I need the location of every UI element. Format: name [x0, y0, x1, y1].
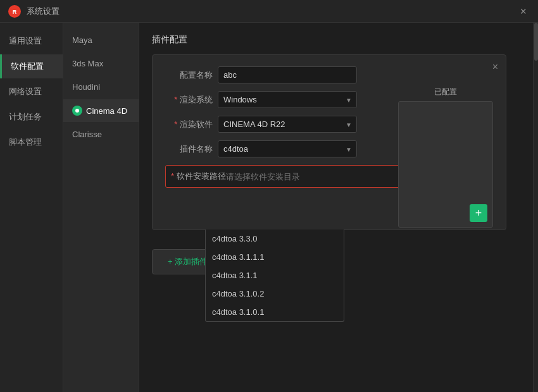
title-bar-left: R 系统设置	[8, 4, 59, 18]
dropdown-item[interactable]: c4dtoa 3.1.1	[206, 266, 344, 285]
title-text: 系统设置	[27, 6, 59, 17]
sidebar-item-general[interactable]: 通用设置	[0, 29, 63, 53]
svg-text:R: R	[13, 9, 17, 15]
sub-sidebar-label: 3ds Max	[72, 59, 103, 68]
config-name-input[interactable]	[218, 66, 357, 83]
already-configured-panel: 已配置 +	[398, 87, 493, 228]
render-system-select-container: Windows Linux macOS ▼	[218, 91, 357, 108]
sidebar-item-network[interactable]: 网络设置	[0, 80, 63, 104]
scrollbar-thumb	[534, 23, 538, 61]
render-software-select-container: CINEMA 4D R22 CINEMA 4D R23 CINEMA 4D R2…	[218, 116, 357, 133]
sidebar-item-software[interactable]: 软件配置	[0, 54, 63, 78]
configured-label: 已配置	[398, 87, 493, 97]
sidebar-item-schedule[interactable]: 计划任务	[0, 105, 63, 129]
sub-sidebar-item-maya[interactable]: Maya	[63, 29, 139, 51]
render-software-select[interactable]: CINEMA 4D R22 CINEMA 4D R23 CINEMA 4D R2…	[218, 116, 357, 133]
config-name-row: 配置名称	[165, 66, 493, 83]
install-path-label: 软件安装路径	[171, 171, 218, 182]
dropdown-item[interactable]: c4dtoa 3.3.0	[206, 230, 344, 248]
main-layout: 通用设置软件配置网络设置计划任务脚本管理 Maya3ds MaxHoudiniC…	[0, 23, 538, 392]
plugin-config-card: × 配置名称 渲染系统 Windows Linux macOS ▼	[152, 54, 506, 230]
content-area: 插件配置 × 配置名称 渲染系统 Windows Linux macOS ▼	[139, 23, 533, 392]
app-logo-icon: R	[8, 4, 22, 18]
plugin-name-select[interactable]: c4dtoa redshift octane	[218, 140, 357, 157]
scrollbar[interactable]	[533, 23, 538, 392]
sidebar: 通用设置软件配置网络设置计划任务脚本管理	[0, 23, 63, 392]
svg-point-2	[75, 109, 79, 113]
sub-sidebar-item-cinema4d[interactable]: Cinema 4D	[63, 99, 139, 122]
sub-sidebar-item-clarisse[interactable]: Clarisse	[63, 123, 139, 145]
sub-sidebar-label: Cinema 4D	[86, 106, 127, 116]
sub-sidebar-label: Maya	[72, 35, 92, 45]
plugin-version-dropdown: c4dtoa 3.3.0c4dtoa 3.1.1.1c4dtoa 3.1.1c4…	[205, 230, 344, 322]
sub-sidebar-label: Clarisse	[72, 130, 102, 139]
section-title: 插件配置	[152, 34, 520, 46]
card-close-button[interactable]: ×	[492, 61, 498, 73]
plugin-name-select-container: c4dtoa redshift octane ▼	[218, 140, 357, 157]
sub-sidebar-label: Houdini	[72, 82, 100, 92]
sub-sidebar-item-3dsmax[interactable]: 3ds Max	[63, 52, 139, 75]
render-system-label: 渲染系统	[165, 94, 213, 106]
sub-sidebar: Maya3ds MaxHoudiniCinema 4DClarisse	[63, 23, 139, 392]
dropdown-item[interactable]: c4dtoa 3.1.0.2	[206, 285, 344, 303]
active-indicator-icon	[72, 106, 82, 116]
sidebar-item-script[interactable]: 脚本管理	[0, 130, 63, 154]
add-config-button[interactable]: +	[470, 204, 487, 222]
configured-box: +	[398, 101, 493, 228]
dropdown-item[interactable]: c4dtoa 3.1.0.1	[206, 303, 344, 321]
dropdown-item[interactable]: c4dtoa 3.1.1.1	[206, 248, 344, 266]
plugin-name-label: 插件名称	[165, 144, 213, 155]
sub-sidebar-item-houdini[interactable]: Houdini	[63, 76, 139, 98]
title-bar: R 系统设置 ×	[0, 0, 538, 23]
config-name-label: 配置名称	[165, 70, 213, 81]
render-system-select[interactable]: Windows Linux macOS	[218, 91, 357, 108]
window-close-button[interactable]: ×	[516, 4, 530, 18]
render-software-label: 渲染软件	[165, 119, 213, 130]
